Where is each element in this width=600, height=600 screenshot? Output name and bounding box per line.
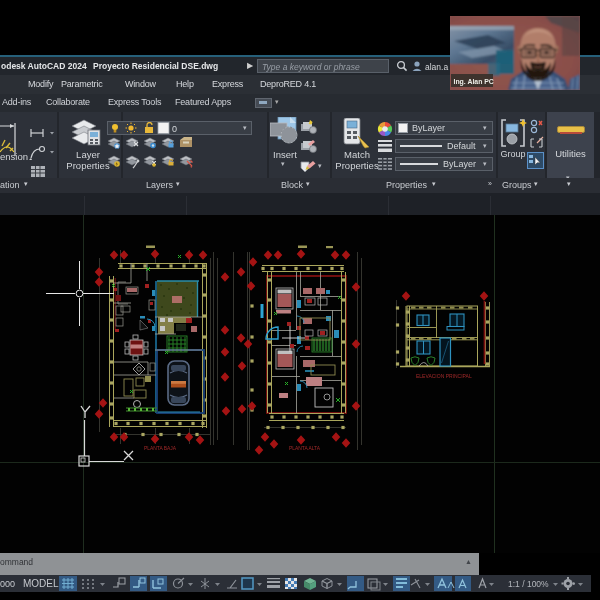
- svg-text:ELEVACION PRINCIPAL: ELEVACION PRINCIPAL: [416, 373, 472, 379]
- svg-text:PLANTA ALTA: PLANTA ALTA: [289, 446, 321, 451]
- svg-text:1:1 / 100%: 1:1 / 100%: [508, 579, 549, 589]
- svg-text:Ing. Alan PC: Ing. Alan PC: [454, 78, 494, 86]
- svg-text:PLANTA BAJA: PLANTA BAJA: [144, 446, 177, 451]
